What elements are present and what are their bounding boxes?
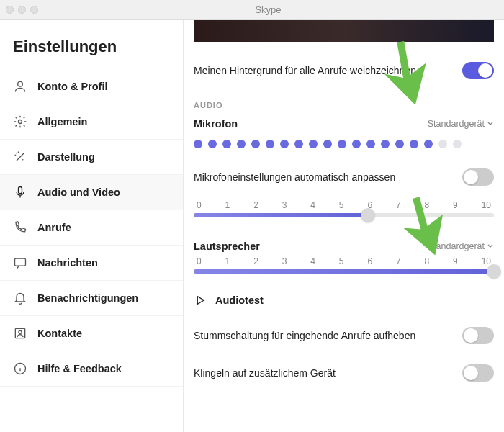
ring-toggle[interactable] [462, 364, 494, 382]
level-dot [381, 140, 390, 148]
speaker-device-select[interactable]: Standardgerät [428, 241, 494, 251]
gear-icon [13, 114, 27, 129]
level-dot [222, 140, 231, 148]
audiotest-label: Audiotest [215, 294, 264, 306]
chat-icon [13, 256, 27, 270]
speaker-slider: 012345678910 [194, 252, 494, 284]
tick-label: 2 [253, 200, 258, 210]
unmute-toggle[interactable] [462, 327, 494, 344]
tick-label: 4 [310, 256, 315, 266]
microphone-device-text: Standardgerät [428, 119, 485, 129]
level-dot [395, 140, 404, 148]
window-controls [6, 6, 38, 14]
speaker-slider-thumb[interactable] [487, 264, 501, 279]
tick-label: 9 [453, 256, 458, 266]
level-dot [352, 140, 361, 148]
mic-slider-track[interactable] [194, 213, 494, 217]
mic-auto-label: Mikrofoneinstellungen automatisch anpass… [194, 171, 462, 183]
sidebar-item-account[interactable]: Konto & Profil [0, 69, 183, 104]
microphone-icon [13, 185, 27, 199]
tick-label: 7 [396, 256, 401, 266]
level-dot [194, 140, 202, 148]
level-dot [280, 140, 289, 148]
ring-row: Klingeln auf zusätzlichem Gerät [194, 354, 494, 392]
sidebar-title: Einstellungen [0, 20, 183, 69]
tick-label: 9 [453, 200, 458, 210]
mic-slider: 012345678910 [194, 196, 494, 228]
sidebar-item-label: Allgemein [37, 116, 87, 127]
level-dot [438, 140, 447, 148]
sidebar-item-label: Konto & Profil [37, 81, 107, 92]
close-dot[interactable] [6, 6, 14, 14]
microphone-row: Mikrofon Standardgerät [194, 109, 494, 130]
tick-label: 3 [282, 200, 287, 210]
sidebar-item-label: Nachrichten [37, 257, 98, 269]
speaker-label: Lautsprecher [194, 240, 260, 252]
sidebar-item-notifications[interactable]: Benachrichtigungen [0, 281, 183, 316]
speaker-slider-track[interactable] [194, 269, 494, 274]
tick-label: 10 [482, 200, 491, 210]
video-preview [194, 20, 494, 42]
sidebar-item-calls[interactable]: Anrufe [0, 210, 183, 246]
microphone-level [194, 130, 494, 158]
contacts-icon [13, 326, 27, 341]
phone-icon [13, 220, 27, 235]
tick-label: 6 [367, 256, 372, 266]
sidebar-item-audio-video[interactable]: Audio und Video [0, 175, 183, 210]
sidebar-item-label: Kontakte [37, 328, 82, 339]
sidebar-item-label: Audio und Video [37, 186, 120, 198]
unmute-label: Stummschaltung für eingehende Anrufe auf… [194, 330, 462, 341]
level-dot [251, 140, 260, 148]
titlebar: Skype [0, 0, 504, 20]
info-icon [13, 361, 27, 376]
level-dot [266, 140, 274, 148]
sidebar: Einstellungen Konto & Profil Allgemein D… [0, 20, 184, 432]
level-dot [453, 140, 462, 148]
audiotest-button[interactable]: Audiotest [194, 284, 494, 317]
zoom-dot[interactable] [30, 6, 38, 14]
sidebar-item-messages[interactable]: Nachrichten [0, 246, 183, 281]
level-dot [424, 140, 433, 148]
sidebar-item-contacts[interactable]: Kontakte [0, 316, 183, 351]
blur-background-toggle[interactable] [462, 62, 494, 79]
speaker-row: Lautsprecher Standardgerät [194, 228, 494, 252]
tick-label: 7 [396, 200, 401, 210]
tick-label: 1 [225, 256, 230, 266]
tick-label: 0 [197, 200, 202, 210]
blur-background-label: Meinen Hintergrund für alle Anrufe weich… [194, 65, 462, 76]
level-dot [410, 140, 418, 148]
tick-label: 4 [310, 200, 315, 210]
sidebar-item-label: Hilfe & Feedback [37, 363, 122, 374]
level-dot [237, 140, 246, 148]
chevron-down-icon [487, 243, 494, 250]
main-panel: Meinen Hintergrund für alle Anrufe weich… [184, 20, 504, 432]
app-title: Skype [38, 4, 498, 15]
bell-icon [13, 291, 27, 305]
mic-slider-thumb[interactable] [361, 208, 375, 222]
sidebar-item-label: Anrufe [37, 222, 71, 233]
ring-label: Klingeln auf zusätzlichem Gerät [194, 367, 462, 379]
wand-icon [13, 150, 27, 164]
level-dot [366, 140, 375, 148]
level-dot [294, 140, 303, 148]
tick-label: 8 [425, 256, 430, 266]
mic-auto-toggle[interactable] [462, 168, 494, 186]
sidebar-item-general[interactable]: Allgemein [0, 104, 183, 140]
sidebar-item-help[interactable]: Hilfe & Feedback [0, 351, 183, 387]
slider-ticks: 012345678910 [194, 200, 494, 213]
blur-background-row: Meinen Hintergrund für alle Anrufe weich… [194, 52, 494, 89]
level-dot [309, 140, 318, 148]
tick-label: 3 [282, 256, 287, 266]
play-icon [194, 294, 207, 307]
sidebar-item-label: Benachrichtigungen [37, 292, 138, 304]
svg-rect-2 [19, 187, 22, 194]
svg-rect-3 [15, 258, 26, 266]
person-icon [13, 79, 27, 94]
speaker-device-text: Standardgerät [428, 241, 485, 251]
level-dot [208, 140, 217, 148]
sidebar-item-appearance[interactable]: Darstellung [0, 140, 183, 175]
minimize-dot[interactable] [18, 6, 26, 14]
microphone-device-select[interactable]: Standardgerät [428, 119, 494, 129]
svg-point-0 [18, 81, 23, 86]
sidebar-item-label: Darstellung [37, 151, 95, 163]
